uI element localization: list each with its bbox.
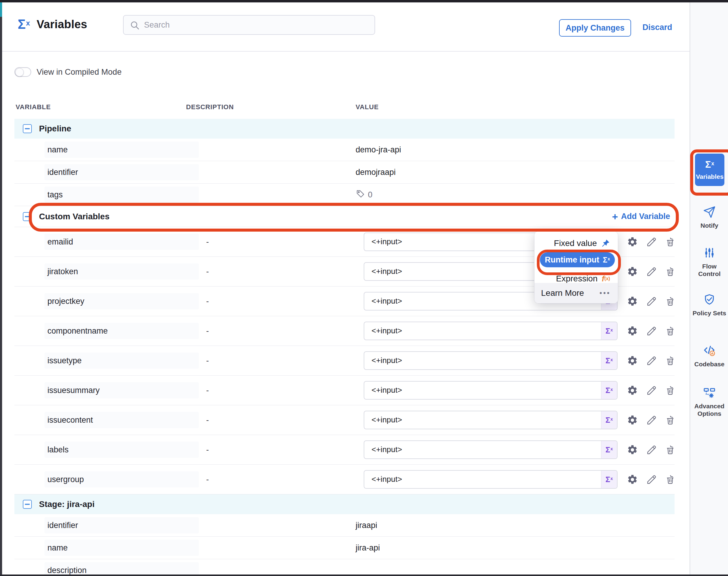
settings-icon[interactable] — [626, 295, 638, 307]
variable-name-cell: usergroup — [45, 471, 199, 488]
apply-changes-button[interactable]: Apply Changes — [559, 19, 631, 37]
settings-icon[interactable] — [626, 266, 638, 277]
variables-drawer: Σx Variables Apply Changes Discard View … — [0, 0, 728, 576]
runtime-input-field[interactable]: <+input>Σx — [364, 411, 618, 429]
description-cell: - — [206, 445, 209, 455]
value-type-menu: Fixed value Runtime input Σx Expression … — [534, 231, 618, 303]
value-cell: jira-api — [356, 543, 380, 553]
variable-name-cell: emailid — [45, 234, 199, 250]
input-value: <+input> — [371, 445, 402, 454]
input-value: <+input> — [371, 326, 402, 336]
menu-footer: Learn More ••• — [534, 283, 618, 303]
settings-icon[interactable] — [626, 444, 638, 455]
edit-icon[interactable] — [646, 236, 657, 248]
runtime-input-field[interactable]: <+input>Σx — [364, 440, 618, 459]
input-value: <+input> — [371, 356, 402, 365]
delete-icon[interactable] — [664, 355, 676, 366]
delete-icon[interactable] — [664, 384, 676, 396]
edit-icon[interactable] — [646, 266, 657, 277]
add-variable-button[interactable]: +Add Variable — [612, 206, 679, 227]
more-options-icon[interactable]: ••• — [599, 289, 611, 297]
discard-button[interactable]: Discard — [642, 23, 672, 32]
window-bottom-edge — [0, 575, 728, 576]
runtime-input-field[interactable]: <+input>Σx — [364, 351, 618, 370]
collapse-icon[interactable] — [23, 212, 32, 221]
page-title: Variables — [37, 18, 87, 31]
pin-icon — [601, 239, 610, 248]
advanced-options-icon — [703, 386, 716, 400]
column-header-variable: VARIABLE — [16, 103, 51, 111]
tag-icon — [356, 189, 368, 200]
section-title: Custom Variables — [39, 212, 110, 222]
input-value: <+input> — [371, 296, 402, 306]
menu-item-runtime-input[interactable]: Runtime input Σx — [540, 252, 615, 267]
sidebar-tab-advanced-options[interactable]: Advanced Options — [690, 386, 728, 417]
value-type-selector[interactable]: Σx — [601, 382, 617, 399]
policy-sets-icon — [703, 293, 716, 307]
settings-icon[interactable] — [626, 474, 638, 485]
edit-icon[interactable] — [646, 414, 657, 426]
delete-icon[interactable] — [664, 266, 676, 277]
sidebar-tab-notify[interactable]: Notify — [690, 206, 728, 230]
delete-icon[interactable] — [664, 295, 676, 307]
value-type-selector[interactable]: Σx — [601, 471, 617, 488]
sidebar-tab-flow-control[interactable]: Flow Control — [690, 247, 728, 278]
edit-icon[interactable] — [646, 384, 657, 396]
variables-table: VARIABLE DESCRIPTION VALUE Pipelinenamed… — [15, 99, 675, 576]
runtime-input-field[interactable]: <+input>Σx — [364, 381, 618, 400]
search-box[interactable] — [123, 15, 375, 35]
variable-name-cell: identifier — [45, 517, 199, 534]
edit-icon[interactable] — [646, 474, 657, 485]
flow-control-icon — [703, 247, 716, 260]
settings-icon[interactable] — [626, 384, 638, 396]
edit-icon[interactable] — [646, 355, 657, 366]
settings-icon[interactable] — [626, 414, 638, 426]
delete-icon[interactable] — [664, 444, 676, 455]
edit-icon[interactable] — [646, 295, 657, 307]
runtime-input-field[interactable]: <+input>Σx — [364, 322, 618, 340]
settings-icon[interactable] — [626, 355, 638, 366]
toggle-knob — [15, 68, 24, 77]
table-row-issuesummary: issuesummary-<+input>Σx — [15, 376, 675, 405]
delete-icon[interactable] — [664, 474, 676, 485]
sigma-x-icon: Σx — [705, 159, 714, 170]
sidebar-tab-policy-sets[interactable]: Policy Sets — [690, 293, 728, 317]
settings-icon[interactable] — [626, 236, 638, 248]
column-header-description: DESCRIPTION — [186, 103, 234, 111]
section-header-custom-variables[interactable]: Custom Variables+Add Variable — [15, 206, 675, 227]
settings-icon[interactable] — [626, 325, 638, 337]
sidebar-tab-codebase[interactable]: Codebase — [690, 344, 728, 368]
value-type-selector[interactable]: Σx — [601, 411, 617, 429]
search-input[interactable] — [143, 17, 367, 33]
section-header-stage-jira-api[interactable]: Stage: jira-api — [15, 494, 675, 514]
collapse-icon[interactable] — [23, 500, 32, 509]
edit-icon[interactable] — [646, 325, 657, 337]
section-header-pipeline[interactable]: Pipeline — [15, 119, 675, 139]
description-cell: - — [206, 237, 209, 247]
value-type-selector[interactable]: Σx — [601, 441, 617, 458]
variable-name-cell: name — [45, 142, 199, 158]
sidebar-tab-variables[interactable]: ΣxVariables — [695, 153, 724, 186]
tags-value: 0 — [356, 189, 372, 200]
delete-icon[interactable] — [664, 325, 676, 337]
value-type-selector[interactable]: Σx — [601, 322, 617, 340]
menu-item-fixed-value[interactable]: Fixed value — [554, 237, 610, 249]
value-type-selector[interactable]: Σx — [601, 352, 617, 369]
variable-name-cell: issuetype — [45, 352, 199, 369]
delete-icon[interactable] — [664, 414, 676, 426]
sigma-x-icon: Σx — [603, 256, 610, 264]
collapse-icon[interactable] — [23, 124, 32, 133]
learn-more-link[interactable]: Learn More — [541, 288, 584, 298]
table-row-identifier: identifierdemojraapi — [15, 161, 675, 183]
runtime-input-field[interactable]: <+input>Σx — [364, 470, 618, 489]
value-cell: demojraapi — [356, 168, 396, 177]
variable-name-cell: projectkey — [45, 293, 199, 309]
description-cell: - — [206, 297, 209, 306]
compiled-mode-toggle[interactable] — [15, 67, 31, 77]
edit-icon[interactable] — [646, 444, 657, 455]
delete-icon[interactable] — [664, 236, 676, 248]
table-row-issuecontent: issuecontent-<+input>Σx — [15, 405, 675, 435]
table-row-componentname: componentname-<+input>Σx — [15, 316, 675, 346]
value-cell: jiraapi — [356, 521, 377, 530]
variable-name-cell: tags — [45, 186, 199, 203]
